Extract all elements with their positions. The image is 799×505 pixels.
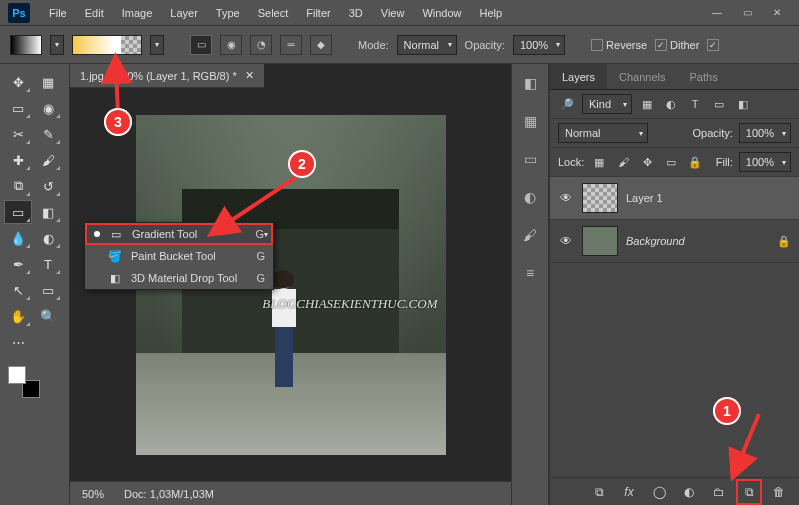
healing-tool[interactable]: ✚	[4, 148, 32, 172]
gradient-linear-icon[interactable]: ▭	[190, 35, 212, 55]
foreground-background-colors[interactable]	[8, 366, 40, 398]
gradient-diamond-icon[interactable]: ◆	[310, 35, 332, 55]
filter-type-icon[interactable]: T	[686, 95, 704, 113]
delete-layer-icon[interactable]: 🗑	[769, 482, 789, 502]
transparency-checkbox[interactable]: ✓	[707, 39, 722, 51]
lock-artboard-icon[interactable]: ▭	[662, 153, 680, 171]
callout-2: 2	[288, 150, 316, 178]
gradient-tool[interactable]: ▭	[4, 200, 32, 224]
menu-layer[interactable]: Layer	[161, 0, 207, 26]
hand-tool[interactable]: ✋	[4, 304, 32, 328]
active-dot-icon	[94, 231, 100, 237]
dock-color-icon[interactable]: ◧	[518, 72, 542, 94]
artboard-tool[interactable]: ▦	[34, 70, 62, 94]
layer-filter-select[interactable]: Kind	[582, 94, 632, 114]
zoom-level[interactable]: 50%	[82, 488, 104, 500]
ctx-3d-material-tool[interactable]: ◧ 3D Material Drop ToolG	[85, 267, 273, 289]
layer-thumbnail[interactable]	[582, 226, 618, 256]
layer-row[interactable]: 👁 Layer 1	[550, 177, 799, 220]
stamp-tool[interactable]: ⧉	[4, 174, 32, 198]
collapsed-dock: ◧ ▦ ▭ ◐ 🖌 ≡	[511, 64, 549, 505]
history-brush-tool[interactable]: ↺	[34, 174, 62, 198]
app-logo: Ps	[8, 3, 30, 23]
dock-swatches-icon[interactable]: ▦	[518, 110, 542, 132]
edit-toolbar[interactable]: ⋯	[4, 330, 32, 354]
menu-type[interactable]: Type	[207, 0, 249, 26]
layer-row[interactable]: 👁 Background 🔒	[550, 220, 799, 263]
menu-help[interactable]: Help	[471, 0, 512, 26]
crop-tool[interactable]: ✂	[4, 122, 32, 146]
dock-adjustments-icon[interactable]: ◐	[518, 186, 542, 208]
reverse-checkbox[interactable]: Reverse	[591, 39, 647, 51]
tab-paths[interactable]: Paths	[678, 64, 730, 89]
tab-layers[interactable]: Layers	[550, 64, 607, 89]
gradient-dropdown[interactable]: ▾	[150, 35, 164, 55]
layer-name[interactable]: Background	[626, 235, 769, 247]
marquee-tool[interactable]: ▭	[4, 96, 32, 120]
menu-select[interactable]: Select	[249, 0, 298, 26]
fill-input[interactable]: 100%	[739, 152, 791, 172]
visibility-icon[interactable]: 👁	[558, 233, 574, 249]
document-tab[interactable]: 1.jpg @ 50% (Layer 1, RGB/8) *✕	[70, 64, 264, 88]
filter-pixel-icon[interactable]: ▦	[638, 95, 656, 113]
filter-adjust-icon[interactable]: ◐	[662, 95, 680, 113]
ctx-paint-bucket-tool[interactable]: 🪣 Paint Bucket ToolG	[85, 245, 273, 267]
menu-filter[interactable]: Filter	[297, 0, 339, 26]
gradient-radial-icon[interactable]: ◉	[220, 35, 242, 55]
blur-tool[interactable]: 💧	[4, 226, 32, 250]
menu-window[interactable]: Window	[413, 0, 470, 26]
gradient-picker[interactable]	[72, 35, 142, 55]
tool-preset-picker[interactable]	[10, 35, 42, 55]
arrow-2	[210, 170, 310, 242]
pen-tool[interactable]: ✒	[4, 252, 32, 276]
dock-properties-icon[interactable]: ≡	[518, 262, 542, 284]
eyedropper-tool[interactable]: ✎	[34, 122, 62, 146]
visibility-icon[interactable]: 👁	[558, 190, 574, 206]
dock-styles-icon[interactable]: 🖌	[518, 224, 542, 246]
filter-shape-icon[interactable]: ▭	[710, 95, 728, 113]
window-minimize[interactable]: —	[703, 4, 731, 22]
opacity-input[interactable]: 100%	[513, 35, 565, 55]
layer-style-icon[interactable]: fx	[619, 482, 639, 502]
menu-view[interactable]: View	[372, 0, 414, 26]
layer-opacity-input[interactable]: 100%	[739, 123, 791, 143]
doc-info[interactable]: Doc: 1,03M/1,03M	[124, 488, 214, 500]
lasso-tool[interactable]: ◉	[34, 96, 62, 120]
blend-mode-select[interactable]: Normal	[397, 35, 457, 55]
layer-thumbnail[interactable]	[582, 183, 618, 213]
menu-image[interactable]: Image	[113, 0, 162, 26]
lock-pixels-icon[interactable]: 🖌	[614, 153, 632, 171]
new-layer-icon[interactable]: ⧉	[739, 482, 759, 502]
brush-tool[interactable]: 🖌	[34, 148, 62, 172]
window-close[interactable]: ✕	[763, 4, 791, 22]
zoom-tool[interactable]: 🔍	[34, 304, 62, 328]
lock-position-icon[interactable]: ✥	[638, 153, 656, 171]
layer-name[interactable]: Layer 1	[626, 192, 791, 204]
path-tool[interactable]: ↖	[4, 278, 32, 302]
dither-checkbox[interactable]: ✓Dither	[655, 39, 699, 51]
menu-3d[interactable]: 3D	[340, 0, 372, 26]
mode-label: Mode:	[358, 39, 389, 51]
shape-tool[interactable]: ▭	[34, 278, 62, 302]
gradient-angle-icon[interactable]: ◔	[250, 35, 272, 55]
dodge-tool[interactable]: ◐	[34, 226, 62, 250]
move-tool[interactable]: ✥	[4, 70, 32, 94]
lock-all-icon[interactable]: 🔒	[686, 153, 704, 171]
adjustment-layer-icon[interactable]: ◐	[679, 482, 699, 502]
lock-transparent-icon[interactable]: ▦	[590, 153, 608, 171]
close-tab-icon[interactable]: ✕	[245, 69, 254, 82]
gradient-reflected-icon[interactable]: ═	[280, 35, 302, 55]
dock-libraries-icon[interactable]: ▭	[518, 148, 542, 170]
menu-file[interactable]: File	[40, 0, 76, 26]
menu-edit[interactable]: Edit	[76, 0, 113, 26]
layer-mask-icon[interactable]: ◯	[649, 482, 669, 502]
tool-preset-dropdown[interactable]: ▾	[50, 35, 64, 55]
layer-blend-select[interactable]: Normal	[558, 123, 648, 143]
tab-channels[interactable]: Channels	[607, 64, 677, 89]
filter-smart-icon[interactable]: ◧	[734, 95, 752, 113]
eraser-tool[interactable]: ◧	[34, 200, 62, 224]
group-icon[interactable]: 🗀	[709, 482, 729, 502]
link-layers-icon[interactable]: ⧉	[589, 482, 609, 502]
window-maximize[interactable]: ▭	[733, 4, 761, 22]
type-tool[interactable]: T	[34, 252, 62, 276]
